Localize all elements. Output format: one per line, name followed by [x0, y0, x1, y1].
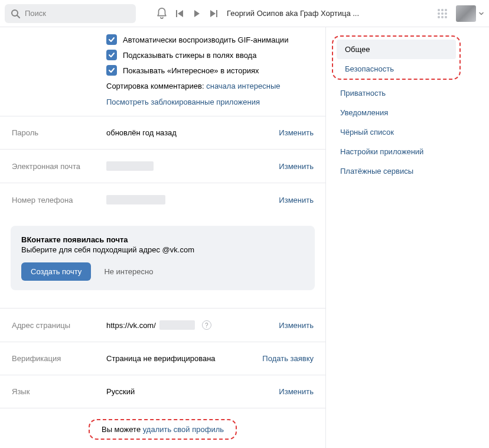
promo-subtitle: Выберите для себя подходящий адрес @vk.c… [21, 245, 304, 254]
change-phone-link[interactable]: Изменить [279, 196, 314, 204]
general-options: Автоматически воспроизводить GIF-анимаци… [0, 27, 325, 116]
sidebar-item-blacklist[interactable]: Чёрный список [332, 122, 461, 142]
comments-sort: Сортировка комментариев: сначала интерес… [106, 78, 314, 93]
row-value: Русский [106, 387, 279, 396]
svg-point-10 [438, 16, 440, 18]
svg-rect-2 [176, 10, 177, 17]
checkbox-label: Подсказывать стикеры в полях ввода [123, 51, 256, 60]
row-password: Пароль обновлён год назад Изменить [0, 116, 325, 150]
row-phone: Номер телефона Изменить [0, 183, 325, 216]
search-placeholder: Поиск [25, 9, 46, 18]
svg-point-8 [441, 12, 444, 15]
comments-sort-label: Сортировка комментариев: [106, 82, 206, 90]
sidebar-item-security[interactable]: Безопасность [337, 59, 456, 74]
top-bar: Поиск Георгий Осипов aka Граф Хортица ..… [0, 0, 489, 27]
checkbox-label: Автоматически воспроизводить GIF-анимаци… [123, 35, 288, 44]
svg-line-1 [17, 15, 19, 18]
dismiss-promo-button[interactable]: Не интересно [104, 267, 153, 276]
svg-point-7 [438, 12, 440, 15]
delete-profile-row: Вы можете удалить свой профиль [0, 408, 325, 448]
row-label: Электронная почта [12, 162, 106, 171]
profile-menu-button[interactable] [456, 5, 484, 22]
mail-promo: ВКонтакте появилась почта Выберите для с… [11, 226, 315, 290]
notifications-button[interactable] [152, 7, 171, 20]
apply-verification-link[interactable]: Подать заявку [262, 354, 314, 363]
create-mail-button[interactable]: Создать почту [21, 262, 91, 281]
sidebar-item-payment-services[interactable]: Платёжные сервисы [332, 161, 461, 181]
svg-point-11 [441, 16, 444, 18]
row-value: Страница не верифицирована [106, 354, 262, 363]
address-hidden [159, 320, 195, 330]
settings-main: Автоматически воспроизводить GIF-анимаци… [0, 27, 326, 448]
music-player-controls [176, 9, 217, 18]
play-icon[interactable] [193, 9, 201, 18]
row-value: https://vk.com/ ? [106, 320, 279, 330]
grid-icon [437, 8, 448, 19]
sidebar-item-notifications[interactable]: Уведомления [332, 103, 461, 122]
bell-icon [155, 7, 168, 20]
svg-point-9 [445, 12, 447, 15]
delete-profile-link[interactable]: удалить свой профиль [143, 425, 224, 434]
row-address: Адрес страницы https://vk.com/ ? Изменит… [0, 308, 325, 342]
now-playing-title[interactable]: Георгий Осипов aka Граф Хортица ... [227, 9, 359, 18]
search-input[interactable]: Поиск [5, 4, 136, 23]
checkbox-checked-icon [106, 34, 117, 45]
row-language: Язык Русский Изменить [0, 375, 325, 408]
help-icon[interactable]: ? [202, 320, 211, 330]
svg-point-5 [441, 9, 444, 11]
row-label: Язык [12, 387, 106, 396]
row-value: обновлён год назад [106, 128, 279, 137]
next-track-icon[interactable] [209, 9, 217, 18]
promo-title: ВКонтакте появилась почта [21, 235, 304, 244]
delete-profile-highlight: Вы можете удалить свой профиль [89, 419, 237, 440]
checkbox-row-gif[interactable]: Автоматически воспроизводить GIF-анимаци… [106, 32, 314, 47]
checkbox-label: Показывать «Интересное» в историях [123, 66, 259, 75]
avatar [456, 5, 476, 22]
chevron-down-icon [478, 11, 484, 17]
prev-track-icon[interactable] [176, 9, 184, 18]
sidebar-active-highlight: Общее Безопасность [332, 35, 461, 80]
svg-rect-3 [216, 10, 217, 17]
row-value-hidden [106, 161, 279, 171]
row-email: Электронная почта Изменить [0, 150, 325, 183]
row-label: Пароль [12, 128, 106, 137]
comments-sort-link[interactable]: сначала интересные [206, 82, 280, 90]
sidebar-item-privacy[interactable]: Приватность [332, 83, 461, 103]
row-label: Адрес страницы [12, 321, 106, 330]
row-verification: Верификация Страница не верифицирована П… [0, 342, 325, 375]
delete-prefix: Вы можете [102, 425, 143, 434]
sidebar-item-app-settings[interactable]: Настройки приложений [332, 142, 461, 161]
settings-sidebar: Общее Безопасность Приватность Уведомлен… [326, 27, 470, 181]
svg-point-12 [445, 16, 447, 18]
checkbox-checked-icon [106, 65, 117, 76]
checkbox-checked-icon [106, 50, 117, 60]
address-prefix: https://vk.com/ [106, 321, 156, 330]
sidebar-item-general[interactable]: Общее [337, 40, 456, 59]
change-email-link[interactable]: Изменить [279, 162, 314, 171]
row-label: Номер телефона [12, 196, 106, 204]
svg-point-6 [445, 9, 447, 11]
row-label: Верификация [12, 354, 106, 363]
search-icon [11, 9, 20, 18]
apps-menu-button[interactable] [437, 8, 448, 19]
svg-point-4 [438, 9, 440, 11]
blocked-apps-link[interactable]: Посмотреть заблокированные приложения [106, 98, 260, 106]
change-password-link[interactable]: Изменить [279, 128, 314, 137]
checkbox-row-interesting[interactable]: Показывать «Интересное» в историях [106, 63, 314, 78]
change-language-link[interactable]: Изменить [279, 387, 314, 396]
checkbox-row-stickers[interactable]: Подсказывать стикеры в полях ввода [106, 47, 314, 63]
change-address-link[interactable]: Изменить [279, 321, 314, 330]
row-value-hidden [106, 195, 279, 204]
